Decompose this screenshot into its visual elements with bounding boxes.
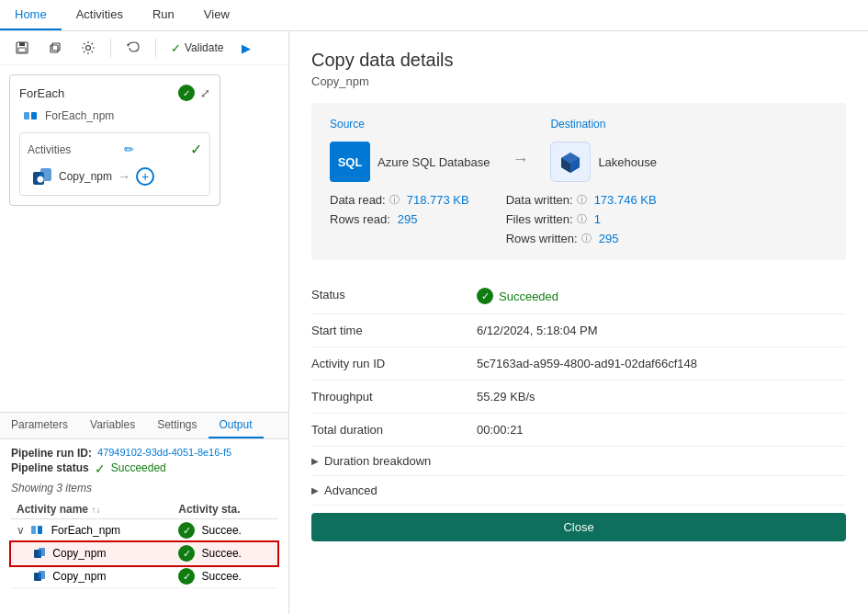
toolbar-divider-2 [155, 39, 156, 57]
source-type-label: Azure SQL Database [378, 155, 490, 169]
expand-icon[interactable]: ⤢ [200, 86, 210, 100]
data-read-info-icon: ⓘ [389, 193, 400, 207]
run-button[interactable]: ▶ [234, 38, 258, 59]
source-dest-arrow: → [512, 150, 528, 169]
clone-button[interactable] [40, 37, 70, 59]
files-written-info-icon: ⓘ [577, 212, 587, 226]
source-label: Source [330, 118, 365, 131]
svg-rect-7 [31, 112, 37, 119]
tab-settings[interactable]: Settings [146, 413, 208, 438]
undo-icon [126, 40, 141, 55]
gear-icon [81, 40, 96, 55]
activity-table: Activity name ↑↓ Activity sta. [11, 500, 277, 588]
advanced-row[interactable]: ▶ Advanced [311, 476, 846, 506]
svg-rect-1 [19, 42, 25, 46]
svg-text:⬤: ⬤ [37, 176, 44, 183]
svg-rect-3 [51, 45, 58, 52]
rows-read-value: 295 [398, 212, 418, 226]
tab-run[interactable]: Run [138, 0, 189, 30]
activity-name-label: Copy_npm [59, 170, 112, 183]
data-read-value: 718.773 KB [407, 193, 469, 207]
throughput-value: 55.29 KB/s [477, 381, 846, 414]
tab-variables[interactable]: Variables [79, 413, 146, 438]
copy-activity-icon: ⬤ [31, 165, 53, 188]
save-button[interactable] [7, 37, 37, 59]
add-activity-button[interactable]: + [136, 167, 154, 186]
main-area: ✓ Validate ▶ ForEach ✓ ⤢ [0, 31, 868, 614]
status-check-icon: ✓ [477, 288, 493, 304]
svg-point-5 [86, 46, 91, 51]
total-duration-value: 00:00:21 [477, 414, 846, 447]
sd-row: Source SQL Azure SQL Database → Destinat… [330, 118, 828, 182]
tab-view[interactable]: View [189, 0, 244, 30]
activity-row: ⬤ Copy_npm → + [28, 165, 202, 188]
table-row[interactable]: Copy_npm ✓ Succee. [11, 565, 277, 588]
table-row-selected[interactable]: Copy_npm ✓ Succee. [11, 542, 277, 565]
col-activity-name[interactable]: Activity name ↑↓ [11, 500, 173, 519]
throughput-row: Throughput 55.29 KB/s [311, 381, 846, 414]
settings-button[interactable] [73, 37, 103, 59]
bottom-tabs: Parameters Variables Settings Output [0, 413, 288, 439]
expand-arrow-icon: ∨ [17, 524, 25, 537]
data-read-label: Data read: [330, 193, 386, 207]
status-text: Succeeded [499, 290, 558, 303]
foreach-row-icon [31, 524, 44, 537]
svg-rect-4 [52, 43, 60, 51]
activity-name-cell: ∨ ForEach_npm [11, 519, 173, 542]
run-info: Pipeline run ID: 47949102-93dd-4051-8e16… [11, 447, 277, 476]
left-panel: ✓ Validate ▶ ForEach ✓ ⤢ [0, 31, 289, 614]
source-section: Source SQL Azure SQL Database [330, 118, 490, 182]
start-time-row: Start time 6/12/2024, 5:18:04 PM [311, 314, 846, 347]
showing-items: Showing 3 items [11, 482, 277, 495]
duration-breakdown-cell: ▶ Duration breakdown [311, 447, 846, 476]
copy-activity-status-cell-1: ✓ Succee. [173, 542, 277, 565]
activities-section-label: Activities [28, 143, 71, 156]
table-row[interactable]: ∨ ForEach_npm ✓ Succee. [11, 519, 277, 542]
tab-parameters[interactable]: Parameters [0, 413, 79, 438]
rows-written-label: Rows written: [506, 232, 578, 245]
lakehouse-icon [550, 142, 591, 182]
dest-stats: Data written: ⓘ 173.746 KB Files written… [506, 193, 657, 245]
tab-home[interactable]: Home [0, 0, 62, 30]
nav-tabs: Home Activities Run View [0, 0, 244, 30]
right-panel: Copy data details Copy_npm Source SQL Az… [289, 31, 868, 614]
svg-rect-2 [18, 48, 26, 52]
files-written-item: Files written: ⓘ 1 [506, 212, 657, 226]
activity-run-id-value: 5c7163ad-a959-4800-ad91-02daf66cf148 [477, 347, 846, 381]
activities-check-icon: ✓ [190, 141, 202, 158]
row-success-icon-2: ✓ [178, 568, 195, 585]
copy-activity-name-cell-2: Copy_npm [11, 565, 173, 588]
bottom-panel: Parameters Variables Settings Output Pip… [0, 412, 288, 614]
data-written-info-icon: ⓘ [577, 193, 587, 207]
dest-label: Destination [550, 118, 605, 131]
foreach-name-label: ForEach_npm [45, 109, 114, 122]
sql-icon: SQL [330, 142, 370, 182]
copy-row-icon-1 [33, 547, 46, 560]
activities-section: Activities ✏ ✓ ⬤ Copy_npm → + [19, 132, 210, 196]
detail-title: Copy data details [311, 50, 846, 71]
foreach-name-row: ForEach_npm [19, 108, 210, 123]
toolbar: ✓ Validate ▶ [0, 31, 288, 65]
duration-breakdown-row[interactable]: ▶ Duration breakdown [311, 447, 846, 476]
rows-written-value: 295 [599, 232, 619, 245]
data-written-value: 173.746 KB [594, 193, 657, 207]
source-item: SQL Azure SQL Database [330, 142, 490, 182]
close-button[interactable]: Close [311, 513, 846, 541]
pipeline-status-row: Pipeline status ✓ Succeeded [11, 461, 277, 476]
clone-icon [48, 40, 62, 55]
col-activity-status[interactable]: Activity sta. [173, 500, 277, 519]
tab-output[interactable]: Output [209, 413, 264, 438]
activities-header: Activities ✏ ✓ [28, 141, 202, 158]
status-cell: ✓ Succeeded [477, 288, 846, 304]
bottom-content: Pipeline run ID: 47949102-93dd-4051-8e16… [0, 439, 288, 614]
files-written-value: 1 [594, 212, 601, 226]
detail-table: Status ✓ Succeeded Start time 6/12/2024,… [311, 279, 846, 506]
undo-button[interactable] [118, 37, 148, 59]
validate-button[interactable]: ✓ Validate [163, 38, 231, 59]
rows-read-label: Rows read: [330, 212, 390, 226]
save-icon [15, 40, 29, 55]
edit-activities-icon[interactable]: ✏ [124, 142, 134, 156]
tab-activities[interactable]: Activities [62, 0, 138, 30]
advanced-cell: ▶ Advanced [311, 476, 846, 506]
detail-subtitle: Copy_npm [311, 74, 846, 88]
